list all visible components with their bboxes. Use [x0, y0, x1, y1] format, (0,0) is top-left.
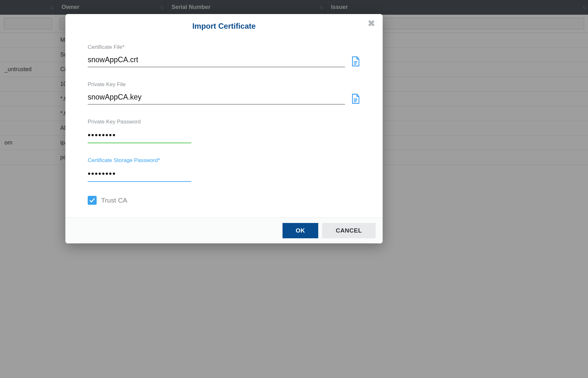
- modal-header: Import Certificate ✖: [65, 14, 383, 34]
- private-key-file-field: Private Key File: [88, 81, 360, 105]
- field-label: Certificate File*: [88, 44, 360, 50]
- check-icon: [89, 197, 95, 204]
- modal-title: Import Certificate: [65, 22, 383, 31]
- import-certificate-modal: Import Certificate ✖ Certificate File*: [65, 14, 383, 243]
- private-key-file-input[interactable]: [88, 91, 345, 105]
- field-label: Private Key File: [88, 81, 360, 88]
- private-key-password-field: Private Key Password: [88, 119, 360, 143]
- ok-button[interactable]: OK: [283, 223, 318, 238]
- browse-file-button[interactable]: [351, 56, 360, 67]
- storage-password-field: Certificate Storage Password*: [88, 157, 360, 182]
- file-icon: [351, 94, 360, 104]
- modal-footer: OK CANCEL: [65, 218, 383, 243]
- close-icon[interactable]: ✖: [368, 19, 375, 28]
- trust-ca-row: Trust CA: [88, 196, 360, 205]
- modal-body: Certificate File* Private Key File: [65, 34, 383, 218]
- trust-ca-label: Trust CA: [101, 196, 127, 204]
- field-label: Certificate Storage Password*: [88, 157, 360, 164]
- browse-file-button[interactable]: [351, 93, 360, 105]
- cancel-button[interactable]: CANCEL: [322, 223, 376, 238]
- trust-ca-checkbox[interactable]: [88, 196, 97, 205]
- private-key-password-input[interactable]: [88, 128, 191, 143]
- file-icon: [351, 56, 360, 67]
- storage-password-input[interactable]: [88, 167, 191, 182]
- certificate-file-field: Certificate File*: [88, 44, 360, 67]
- field-label: Private Key Password: [88, 119, 360, 125]
- certificate-file-input[interactable]: [88, 54, 345, 67]
